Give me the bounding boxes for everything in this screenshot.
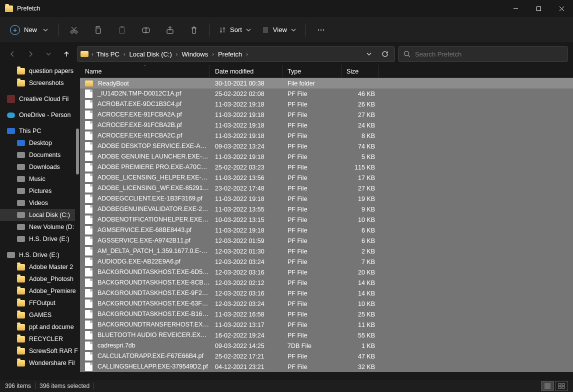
- nav-item[interactable]: OneDrive - Person: [0, 109, 80, 121]
- breadcrumb-item[interactable]: Local Disk (C:)›: [130, 50, 178, 58]
- table-row[interactable]: BACKGROUNDTRANSFERHOST.EXE-DB32...11-03-…: [80, 320, 573, 330]
- nav-item-label: Adobe_Premiere: [29, 288, 76, 294]
- copy-button[interactable]: [86, 21, 110, 39]
- nav-item[interactable]: New Volume (D:: [0, 221, 80, 233]
- nav-item[interactable]: question papers: [0, 65, 80, 77]
- back-button[interactable]: [5, 46, 20, 62]
- table-row[interactable]: CALLINGSHELLAPP.EXE-379549D2.pf04-12-202…: [80, 362, 573, 372]
- table-row[interactable]: ADOBE_LICENSING_WF.EXE-85291397.pf23-02-…: [80, 183, 573, 194]
- table-row[interactable]: AM_DELTA_PATCH_1.359.1677.0.E-3139A...12…: [80, 246, 573, 256]
- table-row[interactable]: BACKGROUNDTASKHOST.EXE-8CBD7053...12-03-…: [80, 278, 573, 288]
- nav-item[interactable]: This PC: [0, 125, 80, 137]
- table-row[interactable]: BACKGROUNDTASKHOST.EXE-B16326C0.pf11-03-…: [80, 309, 573, 320]
- nav-item[interactable]: RECYCLER: [0, 333, 80, 345]
- nav-item[interactable]: H.S. Drive (E:): [0, 249, 80, 261]
- nav-item[interactable]: FFOutput: [0, 297, 80, 309]
- nav-item[interactable]: Wondershare Fil: [0, 357, 80, 369]
- table-row[interactable]: BACKGROUNDTASKHOST.EXE-9F2EE4C2.pf12-03-…: [80, 288, 573, 298]
- cut-button[interactable]: [62, 21, 86, 39]
- table-row[interactable]: BACKGROUNDTASKHOST.EXE-63F11000.pf12-03-…: [80, 298, 573, 309]
- breadcrumb-item[interactable]: Prefetch›: [218, 50, 248, 58]
- table-row[interactable]: BLUETOOTH AUDIO REVEICER.EXE-547EC...16-…: [80, 330, 573, 340]
- maximize-button[interactable]: [527, 0, 550, 17]
- breadcrumb[interactable]: › This PC›Local Disk (C:)›Windows›Prefet…: [77, 46, 395, 62]
- table-row[interactable]: ACROCEF.EXE-91FCBA2A.pf11-03-2022 19:18P…: [80, 110, 573, 120]
- nav-item[interactable]: Creative Cloud Fil: [0, 93, 80, 105]
- nav-item[interactable]: Desktop: [0, 137, 80, 149]
- search-box[interactable]: [398, 46, 568, 62]
- table-row[interactable]: AUDIODG.EXE-AB22E9A6.pf12-03-2022 03:24P…: [80, 256, 573, 267]
- nav-item[interactable]: Documents: [0, 149, 80, 161]
- forward-button[interactable]: [23, 46, 38, 62]
- table-row[interactable]: CALCULATORAPP.EXE-F67E66B4.pf25-02-2022 …: [80, 351, 573, 362]
- table-row[interactable]: ReadyBoot30-10-2021 00:38File folder: [80, 78, 573, 88]
- file-name: CALCULATORAPP.EXE-F67E66B4.pf: [98, 352, 204, 360]
- nav-item[interactable]: Local Disk (C:): [0, 209, 80, 221]
- column-name[interactable]: Name˄: [80, 65, 210, 78]
- more-button[interactable]: [310, 21, 332, 39]
- thumbnails-view-button[interactable]: [555, 381, 568, 391]
- breadcrumb-item[interactable]: This PC›: [96, 50, 126, 58]
- scrollbar[interactable]: [75, 128, 80, 288]
- file-type: PF File: [282, 185, 342, 192]
- table-row[interactable]: ADOBE_LICENSING_HELPER.EXE-A7EF9B...11-0…: [80, 172, 573, 183]
- table-row[interactable]: _IU14D2N.TMP-D0012C1A.pf25-02-2022 02:08…: [80, 88, 573, 99]
- view-button[interactable]: View: [257, 21, 301, 39]
- file-size: 17 KB: [342, 174, 379, 182]
- column-size[interactable]: Size: [342, 65, 379, 78]
- nav-item[interactable]: Music: [0, 173, 80, 185]
- column-type[interactable]: Type: [282, 65, 342, 78]
- new-button[interactable]: + New: [4, 21, 54, 39]
- details-view-button[interactable]: [541, 381, 554, 391]
- nav-item[interactable]: H.S. Drive (E:): [0, 233, 80, 245]
- table-row[interactable]: ACROCEF.EXE-91FCBA2C.pf11-03-2022 19:18P…: [80, 130, 573, 141]
- nav-item[interactable]: GAMES: [0, 309, 80, 321]
- chevron-right-icon: ›: [92, 51, 94, 57]
- delete-button[interactable]: [182, 21, 206, 39]
- table-row[interactable]: ADOBE GENUINE LAUNCHER.EXE-8BD95...11-03…: [80, 152, 573, 162]
- table-row[interactable]: ADOBEGENUINEVALIDATOR.EXE-2BCAF8...11-03…: [80, 204, 573, 214]
- paste-button[interactable]: [110, 21, 134, 39]
- sort-button[interactable]: Sort: [214, 21, 256, 39]
- nav-item[interactable]: Adobe Master 2: [0, 261, 80, 273]
- table-row[interactable]: BACKGROUNDTASKHOST.EXE-6D58042C.pf12-03-…: [80, 267, 573, 278]
- nav-item-label: H.S. Drive (E:): [29, 236, 70, 242]
- recent-button[interactable]: [41, 46, 56, 62]
- table-row[interactable]: cadrespri.7db09-03-2022 14:257DB File1 K…: [80, 340, 573, 351]
- up-button[interactable]: [59, 46, 74, 62]
- nav-item[interactable]: Screenshots: [0, 77, 80, 89]
- nav-item-label: RECYCLER: [29, 336, 63, 342]
- navigation-pane[interactable]: question papersScreenshotsCreative Cloud…: [0, 65, 80, 380]
- nav-item[interactable]: Adobe_Photosh: [0, 273, 80, 285]
- minimize-button[interactable]: [504, 0, 527, 17]
- table-row[interactable]: ADOBE DESKTOP SERVICE.EXE-A2925451.pf09-…: [80, 141, 573, 152]
- table-row[interactable]: AGMSERVICE.EXE-68BE8443.pf11-03-2022 19:…: [80, 225, 573, 236]
- search-input[interactable]: [415, 50, 562, 58]
- breadcrumb-item[interactable]: Windows›: [182, 50, 214, 58]
- nav-item[interactable]: Downloads: [0, 161, 80, 173]
- rename-button[interactable]: [134, 21, 158, 39]
- file-icon: [85, 258, 92, 266]
- file-size: 55 KB: [342, 332, 379, 339]
- table-row[interactable]: AGSSERVICE.EXE-A9742B11.pf12-03-2022 01:…: [80, 236, 573, 246]
- refresh-button[interactable]: [378, 50, 392, 58]
- table-row[interactable]: ADOBENOTIFICATIONHELPER.EXE-25CC...10-03…: [80, 214, 573, 225]
- folder-icon: [85, 80, 93, 86]
- close-button[interactable]: [550, 0, 573, 17]
- nav-item[interactable]: Videos: [0, 197, 80, 209]
- table-row[interactable]: ACROCEF.EXE-91FCBA2B.pf11-03-2022 19:18P…: [80, 120, 573, 130]
- nav-item[interactable]: Pictures: [0, 185, 80, 197]
- table-row[interactable]: ADOBE PREMIERE PRO.EXE-A70C860E.pf25-02-…: [80, 162, 573, 172]
- table-row[interactable]: ACROBAT.EXE-9DC1B3C4.pf11-03-2022 19:18P…: [80, 99, 573, 110]
- nav-item[interactable]: Adobe_Premiere: [0, 285, 80, 297]
- nav-item[interactable]: ppt and docume: [0, 321, 80, 333]
- history-dropdown[interactable]: [362, 51, 376, 57]
- file-size: 27 KB: [342, 112, 379, 118]
- table-row[interactable]: ADOBEGCCLIENT.EXE-1B3F3169.pf11-03-2022 …: [80, 194, 573, 204]
- folder-icon: [17, 324, 25, 330]
- nav-item[interactable]: ScrewSoft RAR F: [0, 345, 80, 357]
- column-date[interactable]: Date modified: [210, 65, 282, 78]
- share-button[interactable]: [158, 21, 182, 39]
- scrollbar-thumb[interactable]: [76, 128, 79, 174]
- file-name: BACKGROUNDTASKHOST.EXE-9F2EE4C2.pf: [98, 290, 210, 296]
